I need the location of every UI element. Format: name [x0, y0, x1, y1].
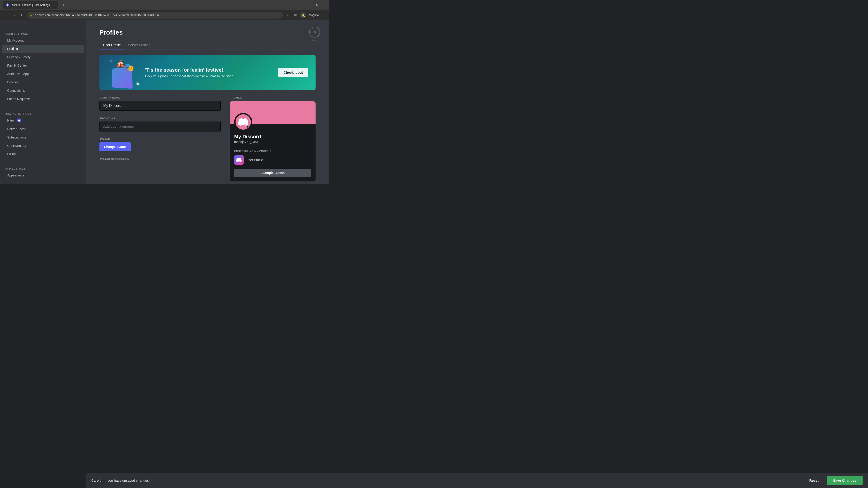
incognito-icon: 🕵 [301, 13, 305, 17]
sidebar-item-label: Appearance [7, 173, 24, 177]
maximize-button[interactable]: ⧉ [314, 2, 320, 8]
address-bar[interactable]: 🔒 discord.com/channels/11823468517819843… [27, 12, 283, 19]
browser-titlebar: D Discord | Profiles | User Settings ✕ +… [0, 0, 329, 10]
sidebar-item-label: Friend Requests [7, 97, 31, 101]
sidebar-item-subscriptions[interactable]: Subscriptions [2, 133, 84, 141]
example-button[interactable]: Example Button [234, 169, 311, 177]
avatar-label: AVATAR [99, 138, 221, 140]
sidebar-item-my-account[interactable]: My Account [2, 36, 84, 44]
star-decoration: ✦ [135, 80, 141, 88]
promo-subtext: Deck your profile in seasonal styles wit… [145, 74, 274, 78]
promo-box-decoration: 🎭 🎪 [112, 67, 133, 89]
display-name-label: DISPLAY NAME [99, 96, 221, 99]
snowflake-icon-1: ❄ [109, 58, 113, 64]
sidebar-item-label: Family Center [7, 64, 27, 67]
tab-title: Discord | Profiles | User Settings [11, 3, 50, 6]
promo-banner: ❄ 🎭 🎪 ❄ ✦ 'Tis the season for feelin' fe… [99, 55, 315, 90]
sidebar-item-label: My Account [7, 39, 24, 42]
profile-option-discord-icon [236, 157, 242, 163]
tab-favicon-icon: D [6, 3, 9, 6]
window-controls: – ⧉ ✕ [307, 2, 327, 8]
sidebar: USER SETTINGS My Account Profiles Privac… [0, 20, 86, 184]
star-button[interactable]: ☆ [285, 12, 291, 18]
sidebar-item-family-center[interactable]: Family Center [2, 61, 84, 70]
profile-button[interactable]: 🕵 [300, 12, 306, 18]
minimize-button[interactable]: – [307, 2, 313, 8]
browser-toolbar: ← → ↻ 🔒 discord.com/channels/11823468517… [0, 10, 329, 20]
profile-card: My Discord moodjoy71_03619 CUSTOMIZING M… [230, 101, 315, 182]
sidebar-item-profiles[interactable]: Profiles [2, 45, 84, 53]
sidebar-item-billing[interactable]: Billing [2, 150, 84, 158]
more-button[interactable]: ⋮ [320, 12, 327, 18]
esc-label: ESC [312, 38, 318, 41]
back-button[interactable]: ← [3, 12, 9, 18]
sidebar-item-gift-inventory[interactable]: Gift Inventory [2, 142, 84, 150]
avatar-decoration-field-group: AVATAR DECORATION [99, 158, 221, 160]
page-title: Profiles [99, 29, 315, 36]
browser-tab[interactable]: D Discord | Profiles | User Settings ✕ [3, 1, 58, 9]
nitro-badge: ⬤ [17, 119, 21, 123]
sidebar-item-label: Devices [7, 80, 19, 84]
form-section: DISPLAY NAME PRONOUNS AVATAR Change Avat… [99, 96, 221, 182]
promo-headline: 'Tis the season for feelin' festive! [145, 67, 274, 73]
sidebar-item-label: Gift Inventory [7, 144, 26, 148]
sidebar-item-authorized-apps[interactable]: Authorized Apps [2, 70, 84, 78]
sidebar-item-label: Connections [7, 89, 25, 92]
promo-decorations: ❄ 🎭 🎪 ❄ ✦ [107, 55, 141, 90]
promo-check-out-button[interactable]: Check it out [278, 68, 308, 77]
avatar [234, 113, 252, 131]
avatar-field-group: AVATAR Change Avatar [99, 138, 221, 151]
sidebar-item-privacy-safety[interactable]: Privacy & Safety [2, 53, 84, 61]
customizing-label: CUSTOMIZING MY PROFILE [234, 150, 311, 153]
pronouns-label: PRONOUNS [99, 117, 221, 120]
esc-button[interactable]: ✕ ESC [309, 27, 320, 41]
pronouns-input[interactable] [99, 122, 221, 131]
profile-username: moodjoy71_03619 [234, 140, 311, 144]
preview-label: PREVIEW [230, 96, 315, 99]
change-avatar-button[interactable]: Change Avatar [99, 142, 131, 151]
incognito-label: Incognito [308, 13, 319, 17]
discord-logo-icon [238, 117, 248, 127]
avatar-decoration-label: AVATAR DECORATION [99, 158, 221, 160]
extensions-button[interactable]: ⊞ [292, 12, 299, 18]
profile-option: User Profile [234, 155, 311, 165]
display-name-input[interactable] [99, 101, 221, 111]
sidebar-item-label: Billing [7, 152, 16, 156]
reload-button[interactable]: ↻ [19, 12, 25, 18]
tab-bar: User Profile Server Profiles [99, 41, 315, 50]
sidebar-item-server-boost[interactable]: Server Boost [2, 125, 84, 133]
content-layout: DISPLAY NAME PRONOUNS AVATAR Change Avat… [99, 96, 315, 182]
tab-close-button[interactable]: ✕ [52, 3, 55, 7]
sidebar-item-label: Profiles [7, 47, 18, 51]
browser-chrome: D Discord | Profiles | User Settings ✕ +… [0, 0, 329, 20]
sidebar-divider-1 [4, 106, 82, 106]
billing-settings-section-title: BILLING SETTINGS [0, 109, 86, 116]
sidebar-item-appearance[interactable]: Appearance [2, 171, 84, 180]
user-settings-section-title: USER SETTINGS [0, 29, 86, 36]
profile-avatar-wrapper [234, 113, 252, 131]
new-tab-button[interactable]: + [60, 2, 66, 8]
discord-app: USER SETTINGS My Account Profiles Privac… [0, 20, 329, 184]
profile-divider [234, 147, 311, 147]
sidebar-item-label: Authorized Apps [7, 72, 30, 76]
url-display: discord.com/channels/1182346851781984336… [35, 13, 159, 17]
tab-server-profiles[interactable]: Server Profiles [124, 41, 154, 50]
sidebar-item-label: Privacy & Safety [7, 55, 31, 59]
sidebar-item-nitro[interactable]: Nitro ⬤ [2, 116, 84, 125]
sidebar-item-label: Nitro [7, 119, 14, 122]
profile-option-label: User Profile [246, 158, 263, 162]
sidebar-item-connections[interactable]: Connections [2, 87, 84, 95]
sidebar-item-devices[interactable]: Devices [2, 78, 84, 86]
sidebar-item-label: Server Boost [7, 127, 26, 131]
tab-user-profile[interactable]: User Profile [99, 41, 124, 50]
promo-text: 'Tis the season for feelin' festive! Dec… [141, 67, 278, 78]
close-button[interactable]: ✕ [320, 2, 327, 8]
lock-icon: 🔒 [30, 13, 33, 17]
forward-button[interactable]: → [11, 12, 17, 18]
pronouns-field-group: PRONOUNS [99, 117, 221, 131]
main-content: ✕ ESC Profiles User Profile Server Profi… [86, 20, 329, 184]
profile-option-avatar [234, 155, 244, 165]
sidebar-item-friend-requests[interactable]: Friend Requests [2, 95, 84, 103]
app-settings-section-title: APP SETTINGS [0, 164, 86, 171]
preview-panel: PREVIEW My Discord [230, 96, 315, 182]
